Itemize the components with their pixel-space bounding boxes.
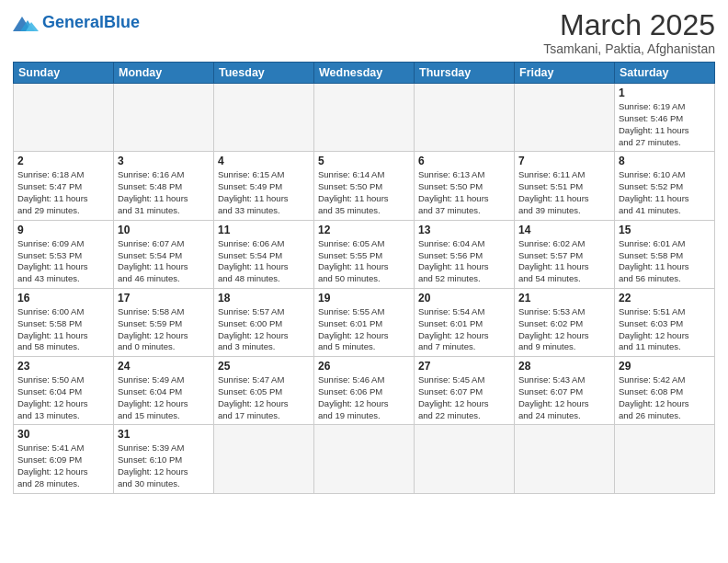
calendar-cell: 28Sunrise: 5:43 AM Sunset: 6:07 PM Dayli…	[515, 357, 615, 425]
calendar-cell	[515, 84, 615, 152]
logo-text: GeneralBlue	[42, 14, 140, 32]
day-number: 16	[17, 292, 109, 304]
day-info: Sunrise: 5:53 AM Sunset: 6:02 PM Dayligh…	[518, 306, 610, 353]
th-thursday: Thursday	[415, 63, 515, 84]
day-info: Sunrise: 5:45 AM Sunset: 6:07 PM Dayligh…	[418, 374, 510, 421]
calendar-cell: 5Sunrise: 6:14 AM Sunset: 5:50 PM Daylig…	[314, 152, 415, 220]
calendar-week-2: 2Sunrise: 6:18 AM Sunset: 5:47 PM Daylig…	[14, 152, 715, 220]
calendar-week-6: 30Sunrise: 5:41 AM Sunset: 6:09 PM Dayli…	[14, 425, 715, 493]
calendar-cell: 25Sunrise: 5:47 AM Sunset: 6:05 PM Dayli…	[214, 357, 314, 425]
day-info: Sunrise: 6:02 AM Sunset: 5:57 PM Dayligh…	[518, 238, 610, 285]
day-number: 10	[118, 224, 210, 236]
calendar-body: 1Sunrise: 6:19 AM Sunset: 5:46 PM Daylig…	[14, 84, 715, 494]
day-number: 2	[17, 155, 109, 167]
day-number: 28	[518, 360, 610, 373]
day-info: Sunrise: 6:10 AM Sunset: 5:52 PM Dayligh…	[619, 169, 711, 216]
day-info: Sunrise: 6:15 AM Sunset: 5:49 PM Dayligh…	[218, 169, 310, 216]
month-title: March 2025	[543, 9, 715, 41]
calendar-cell: 2Sunrise: 6:18 AM Sunset: 5:47 PM Daylig…	[14, 152, 114, 220]
day-info: Sunrise: 6:09 AM Sunset: 5:53 PM Dayligh…	[17, 238, 109, 285]
calendar-cell: 10Sunrise: 6:07 AM Sunset: 5:54 PM Dayli…	[114, 220, 214, 288]
day-number: 3	[118, 155, 210, 167]
day-number: 4	[218, 155, 310, 167]
calendar-cell: 9Sunrise: 6:09 AM Sunset: 5:53 PM Daylig…	[14, 220, 114, 288]
calendar-cell: 26Sunrise: 5:46 AM Sunset: 6:06 PM Dayli…	[314, 357, 415, 425]
calendar-cell: 13Sunrise: 6:04 AM Sunset: 5:56 PM Dayli…	[415, 220, 515, 288]
day-info: Sunrise: 5:47 AM Sunset: 6:05 PM Dayligh…	[218, 374, 310, 421]
calendar-cell	[515, 425, 615, 493]
day-info: Sunrise: 6:16 AM Sunset: 5:48 PM Dayligh…	[118, 169, 210, 216]
calendar-cell: 11Sunrise: 6:06 AM Sunset: 5:54 PM Dayli…	[214, 220, 314, 288]
location-subtitle: Tsamkani, Paktia, Afghanistan	[543, 41, 715, 56]
calendar-cell	[415, 425, 515, 493]
title-block: March 2025 Tsamkani, Paktia, Afghanistan	[543, 9, 715, 56]
day-number: 11	[218, 224, 310, 236]
day-number: 29	[619, 360, 711, 373]
day-number: 15	[619, 224, 711, 236]
calendar-cell: 31Sunrise: 5:39 AM Sunset: 6:10 PM Dayli…	[114, 425, 214, 493]
day-info: Sunrise: 5:39 AM Sunset: 6:10 PM Dayligh…	[118, 442, 210, 489]
day-number: 25	[218, 360, 310, 373]
calendar-cell: 27Sunrise: 5:45 AM Sunset: 6:07 PM Dayli…	[415, 357, 515, 425]
calendar-cell: 6Sunrise: 6:13 AM Sunset: 5:50 PM Daylig…	[415, 152, 515, 220]
day-number: 1	[619, 86, 711, 99]
calendar-cell: 19Sunrise: 5:55 AM Sunset: 6:01 PM Dayli…	[314, 288, 415, 356]
calendar-cell: 3Sunrise: 6:16 AM Sunset: 5:48 PM Daylig…	[114, 152, 214, 220]
calendar-cell: 21Sunrise: 5:53 AM Sunset: 6:02 PM Dayli…	[515, 288, 615, 356]
day-info: Sunrise: 6:18 AM Sunset: 5:47 PM Dayligh…	[17, 169, 109, 216]
day-number: 26	[318, 360, 410, 373]
day-info: Sunrise: 6:01 AM Sunset: 5:58 PM Dayligh…	[619, 238, 711, 285]
calendar-table: Sunday Monday Tuesday Wednesday Thursday…	[13, 62, 715, 494]
calendar-cell: 20Sunrise: 5:54 AM Sunset: 6:01 PM Dayli…	[415, 288, 515, 356]
day-number: 30	[17, 428, 109, 441]
day-info: Sunrise: 5:49 AM Sunset: 6:04 PM Dayligh…	[118, 374, 210, 421]
day-number: 9	[17, 224, 109, 236]
day-info: Sunrise: 6:13 AM Sunset: 5:50 PM Dayligh…	[418, 169, 510, 216]
day-number: 13	[418, 224, 510, 236]
day-number: 22	[619, 292, 711, 304]
calendar-cell	[214, 425, 314, 493]
calendar-cell: 15Sunrise: 6:01 AM Sunset: 5:58 PM Dayli…	[615, 220, 715, 288]
day-number: 6	[418, 155, 510, 167]
day-info: Sunrise: 5:55 AM Sunset: 6:01 PM Dayligh…	[318, 306, 410, 353]
day-info: Sunrise: 5:57 AM Sunset: 6:00 PM Dayligh…	[218, 306, 310, 353]
calendar-cell: 29Sunrise: 5:42 AM Sunset: 6:08 PM Dayli…	[615, 357, 715, 425]
calendar-cell: 23Sunrise: 5:50 AM Sunset: 6:04 PM Dayli…	[14, 357, 114, 425]
day-info: Sunrise: 5:50 AM Sunset: 6:04 PM Dayligh…	[17, 374, 109, 421]
calendar-cell	[314, 84, 415, 152]
day-info: Sunrise: 5:51 AM Sunset: 6:03 PM Dayligh…	[619, 306, 711, 353]
calendar-cell: 17Sunrise: 5:58 AM Sunset: 5:59 PM Dayli…	[114, 288, 214, 356]
th-saturday: Saturday	[615, 63, 715, 84]
calendar-cell: 22Sunrise: 5:51 AM Sunset: 6:03 PM Dayli…	[615, 288, 715, 356]
calendar-cell: 12Sunrise: 6:05 AM Sunset: 5:55 PM Dayli…	[314, 220, 415, 288]
th-wednesday: Wednesday	[314, 63, 415, 84]
day-info: Sunrise: 6:07 AM Sunset: 5:54 PM Dayligh…	[118, 238, 210, 285]
logo-general: General	[42, 13, 104, 31]
day-info: Sunrise: 5:41 AM Sunset: 6:09 PM Dayligh…	[17, 442, 109, 489]
calendar-cell: 24Sunrise: 5:49 AM Sunset: 6:04 PM Dayli…	[114, 357, 214, 425]
day-number: 14	[518, 224, 610, 236]
calendar-cell: 1Sunrise: 6:19 AM Sunset: 5:46 PM Daylig…	[615, 84, 715, 152]
page: GeneralBlue March 2025 Tsamkani, Paktia,…	[0, 0, 728, 563]
day-number: 17	[118, 292, 210, 304]
header: GeneralBlue March 2025 Tsamkani, Paktia,…	[13, 9, 715, 56]
calendar-cell: 4Sunrise: 6:15 AM Sunset: 5:49 PM Daylig…	[214, 152, 314, 220]
logo: GeneralBlue	[13, 13, 140, 33]
day-number: 31	[118, 428, 210, 441]
day-number: 7	[518, 155, 610, 167]
day-number: 23	[17, 360, 109, 373]
day-info: Sunrise: 6:00 AM Sunset: 5:58 PM Dayligh…	[17, 306, 109, 353]
calendar-cell	[14, 84, 114, 152]
day-info: Sunrise: 5:54 AM Sunset: 6:01 PM Dayligh…	[418, 306, 510, 353]
day-number: 8	[619, 155, 711, 167]
calendar-header: Sunday Monday Tuesday Wednesday Thursday…	[14, 63, 715, 84]
day-number: 12	[318, 224, 410, 236]
weekday-row: Sunday Monday Tuesday Wednesday Thursday…	[14, 63, 715, 84]
calendar-cell	[214, 84, 314, 152]
day-info: Sunrise: 5:58 AM Sunset: 5:59 PM Dayligh…	[118, 306, 210, 353]
calendar-week-3: 9Sunrise: 6:09 AM Sunset: 5:53 PM Daylig…	[14, 220, 715, 288]
day-info: Sunrise: 6:19 AM Sunset: 5:46 PM Dayligh…	[619, 101, 711, 148]
calendar-cell	[114, 84, 214, 152]
day-number: 21	[518, 292, 610, 304]
logo-blue: Blue	[104, 13, 140, 31]
